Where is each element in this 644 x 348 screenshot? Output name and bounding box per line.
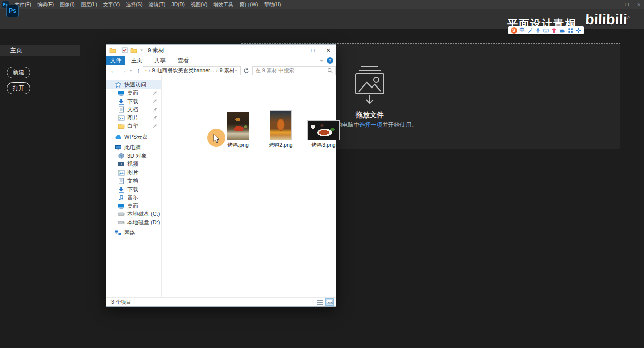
search-input[interactable]: 在 9.素材 中搜索 <box>252 66 336 75</box>
nav-item-label: 本地磁盘 (C:) <box>127 210 160 218</box>
new-button[interactable]: 新建 <box>7 67 30 78</box>
download-icon <box>118 98 125 105</box>
restore-button[interactable]: ❐ <box>625 2 629 7</box>
star-icon <box>115 81 122 88</box>
ps-window-controls: — ❐ ✕ <box>612 0 641 9</box>
address-breadcrumb[interactable]: › 9.电商餐饮美食类banner... › 9.素材 <box>143 66 241 75</box>
mic-icon[interactable] <box>535 28 541 33</box>
ribbon-collapse-icon[interactable] <box>319 60 324 62</box>
file-item[interactable]: 烤鸭.png <box>227 112 249 140</box>
breadcrumb-parent[interactable]: 9.电商餐饮美食类banner... <box>152 67 214 74</box>
menu-item[interactable]: 图层(L) <box>78 0 100 9</box>
details-view-icon[interactable] <box>315 298 324 306</box>
registered-mark-icon: ⌕ <box>627 14 630 20</box>
explorer-window-controls: — □ ✕ <box>290 45 336 56</box>
menu-item[interactable]: 窗口(W) <box>236 0 261 9</box>
menu-item[interactable]: 帮助(H) <box>261 0 284 9</box>
qat-dropdown-icon[interactable] <box>140 49 143 51</box>
open-button[interactable]: 打开 <box>7 82 30 94</box>
car-icon[interactable] <box>559 28 565 33</box>
drive-icon <box>118 219 125 226</box>
file-thumbnail[interactable] <box>307 120 340 140</box>
item-count: 3 个项目 <box>111 299 131 305</box>
file-item[interactable]: 烤鸭2.png <box>270 110 292 140</box>
nav-item-label: 桌面 <box>127 202 138 210</box>
menu-item[interactable]: 选择(S) <box>123 0 145 9</box>
properties-check-icon[interactable] <box>122 47 128 53</box>
nav-item-this-pc[interactable]: 此电脑 <box>106 144 161 152</box>
menu-item[interactable]: 编辑(E) <box>34 0 57 9</box>
tab-file[interactable]: 文件 <box>106 56 125 65</box>
pen-icon[interactable] <box>527 28 533 33</box>
nav-item-network[interactable]: 网络 <box>106 229 161 238</box>
menu-item[interactable]: 3D(D) <box>168 0 188 9</box>
tab-共享[interactable]: 共享 <box>148 56 172 65</box>
thumbnail-view-icon[interactable] <box>325 298 334 306</box>
menu-item[interactable]: 文字(Y) <box>100 0 123 9</box>
refresh-icon[interactable] <box>243 68 249 74</box>
video-icon <box>118 161 125 167</box>
back-button[interactable]: ← <box>110 67 116 74</box>
up-button[interactable]: ↑ <box>137 67 140 74</box>
file-item[interactable]: 烤鸭3.png <box>307 120 340 140</box>
screen: Ps 文件(F)编辑(E)图像(I)图层(L)文字(Y)选择(S)滤镜(T)3D… <box>0 0 644 348</box>
keyboard-icon[interactable] <box>543 28 549 33</box>
bilibili-logo: bilibili⌕ <box>585 11 630 28</box>
explorer-minimize-button[interactable]: — <box>290 45 305 56</box>
nav-item[interactable]: 文档 <box>106 106 161 114</box>
nav-item[interactable]: 本地磁盘 (C:) <box>106 210 161 219</box>
explorer-maximize-button[interactable]: □ <box>305 45 320 56</box>
nav-item[interactable]: 图片 <box>106 168 161 177</box>
nav-item[interactable]: 白华 <box>106 122 161 131</box>
sogou-logo-icon[interactable]: S <box>511 27 517 34</box>
nav-item[interactable]: 桌面 <box>106 202 161 210</box>
divider <box>119 47 119 53</box>
close-button[interactable]: ✕ <box>637 2 641 7</box>
input-mode-toggle[interactable]: 中 <box>520 27 525 34</box>
menu-item[interactable]: 图像(I) <box>57 0 77 9</box>
tab-查看[interactable]: 查看 <box>172 56 195 65</box>
search-placeholder: 在 9.素材 中搜索 <box>255 67 327 74</box>
mouse-cursor-icon <box>213 134 220 144</box>
nav-item[interactable]: 下载 <box>106 97 161 106</box>
address-dropdown-icon[interactable] <box>235 70 238 71</box>
nav-item[interactable]: 桌面 <box>106 89 161 98</box>
network-icon <box>115 230 122 236</box>
nav-item-quick-access[interactable]: 快速访问 <box>106 80 161 89</box>
nav-item[interactable]: 3D 对象 <box>106 152 161 160</box>
help-icon[interactable]: ? <box>327 57 333 64</box>
file-thumbnail[interactable] <box>227 112 249 140</box>
new-folder-icon[interactable] <box>130 47 137 53</box>
nav-item-label: 快速访问 <box>124 81 146 89</box>
history-dropdown-icon[interactable] <box>129 70 132 71</box>
ps-logo-tile: Ps <box>6 5 19 17</box>
drop-zone-title: 拖放文件 <box>332 111 408 120</box>
nav-item[interactable]: 本地磁盘 (D:) <box>106 218 161 227</box>
nav-item[interactable]: 文档 <box>106 177 161 186</box>
minimize-button[interactable]: — <box>612 2 617 7</box>
nav-item[interactable]: 图片 <box>106 114 161 122</box>
pic-icon <box>118 169 125 176</box>
nav-item-label: 文档 <box>127 177 138 185</box>
skin-icon[interactable] <box>551 28 557 33</box>
forward-button[interactable]: → <box>120 67 126 74</box>
menu-item[interactable]: 视图(V) <box>188 0 210 9</box>
file-list-area[interactable]: 烤鸭.png烤鸭2.png烤鸭3.png <box>162 76 336 297</box>
nav-item[interactable]: 视频 <box>106 160 161 169</box>
nav-item-wps[interactable]: WPS云盘 <box>106 133 161 141</box>
explorer-close-button[interactable]: ✕ <box>320 45 336 56</box>
explorer-titlebar[interactable]: 9.素材 — □ ✕ <box>106 45 336 56</box>
wrench-icon[interactable] <box>576 28 581 33</box>
nav-item[interactable]: 音乐 <box>106 194 161 202</box>
select-one-link[interactable]: 选择一项 <box>359 122 382 128</box>
menu-item[interactable]: 滤镜(T) <box>146 0 169 9</box>
grid-icon[interactable] <box>568 28 573 33</box>
file-thumbnail[interactable] <box>270 110 292 140</box>
tab-主页[interactable]: 主页 <box>125 56 148 65</box>
nav-item[interactable]: 下载 <box>106 185 161 194</box>
breadcrumb-current[interactable]: 9.素材 <box>220 67 235 74</box>
menu-item[interactable]: 增效工具 <box>210 0 236 9</box>
nav-item-label: 白华 <box>127 122 138 130</box>
sogou-input-bar[interactable]: S 中 <box>508 26 584 34</box>
sidebar-item-home[interactable]: 主页 <box>0 45 80 56</box>
